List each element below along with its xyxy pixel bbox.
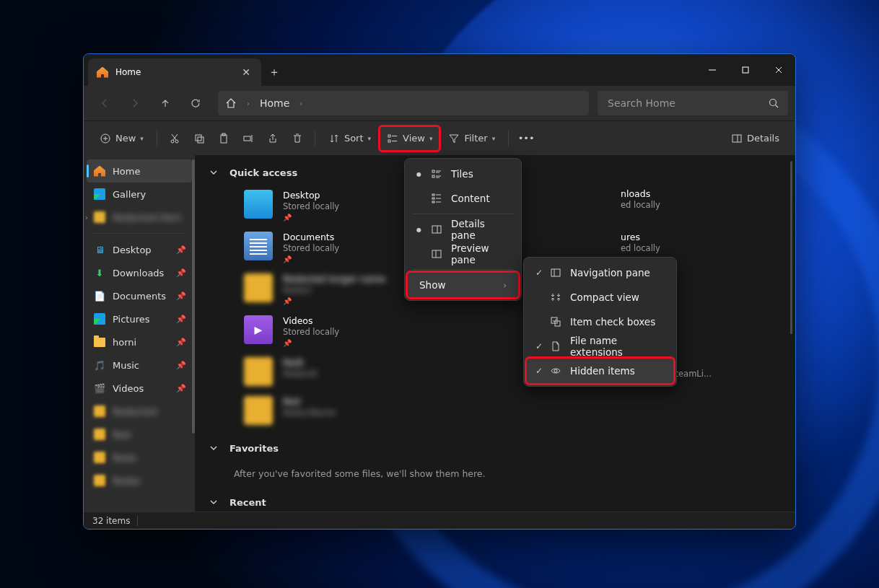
favorites-header[interactable]: Favorites [208,438,782,462]
item-desktop[interactable]: DesktopStored locally📌 [244,187,417,224]
pin-icon: 📌 [176,245,186,255]
sidebar-item-videos[interactable]: 🎬Videos📌 [87,377,192,400]
sort-button[interactable]: Sort ▾ [321,126,378,151]
rename-icon [242,133,254,144]
filter-label: Filter [464,133,487,144]
chevron-down-icon: ▾ [140,135,144,142]
radio-selected-icon: ● [416,171,421,177]
item-redacted[interactable]: Redacted longer nameRedact📌 [244,271,417,308]
sidebar-label: horni [113,337,136,348]
sidebar-item-redacted[interactable]: Redacted [87,400,192,423]
cut-button[interactable] [163,126,186,151]
new-button[interactable]: New ▾ [92,126,151,151]
breadcrumb-home[interactable]: Home [260,97,289,109]
menu-item-file-extensions[interactable]: ✓File name extensions [527,334,673,359]
paste-button[interactable] [212,126,235,151]
item-redacted[interactable]: RedRedactName [244,393,417,428]
maximize-button[interactable] [729,54,762,86]
svg-point-4 [770,100,777,106]
menu-item-content[interactable]: Content [408,186,518,211]
videos-folder-icon [244,315,273,344]
more-button[interactable]: ••• [515,126,538,151]
ellipsis-icon: ••• [520,133,532,144]
item-downloads-partial[interactable]: nloadsed locally [621,188,660,210]
filter-button[interactable]: Filter ▾ [441,126,502,151]
pin-icon: 📌 [283,297,385,305]
item-redacted[interactable]: RedtRedactd [244,354,417,389]
share-icon [267,133,279,144]
menu-item-compact-view[interactable]: Compact view [527,285,673,310]
separator [412,214,514,214]
sidebar-item-redacted[interactable]: › Redacted Item [87,206,192,229]
refresh-button[interactable] [182,90,209,116]
recent-header[interactable]: Recent [208,492,782,512]
window-controls [696,54,795,86]
new-tab-button[interactable]: ＋ [261,58,287,86]
delete-button[interactable] [286,126,309,151]
back-button[interactable] [91,90,118,116]
sidebar-item-gallery[interactable]: Gallery [87,183,192,206]
download-icon: ⬇ [94,267,105,278]
scrollbar[interactable] [790,161,792,334]
menu-label: Details pane [451,218,507,241]
tab-close-button[interactable]: ✕ [238,65,254,79]
sidebar-item-music[interactable]: 🎵Music📌 [87,354,192,377]
check-icon: ✓ [535,268,543,278]
folder-icon [94,429,105,440]
rename-button[interactable] [237,126,260,151]
sidebar-item-redacted[interactable]: Redac [87,469,192,492]
view-button[interactable]: View ▾ [380,126,439,151]
sidebar-item-downloads[interactable]: ⬇Downloads📌 [87,261,192,284]
item-documents[interactable]: DocumentsStored locally📌 [244,229,417,266]
sidebar-item-redacted[interactable]: Reda [87,446,192,469]
sidebar-item-documents[interactable]: 📄Documents📌 [87,284,192,307]
content-icon [431,193,442,204]
sidebar-item-horni[interactable]: horni📌 [87,330,192,354]
item-videos[interactable]: VideosStored locally📌 [244,312,417,350]
sidebar-item-pictures[interactable]: Pictures📌 [87,307,192,330]
item-pictures-partial[interactable]: uresed locally [621,232,660,253]
chevron-right-icon[interactable]: › [85,214,94,221]
close-button[interactable] [762,54,795,86]
sidebar-item-redacted[interactable]: Red [87,423,192,446]
video-icon: 🎬 [94,382,105,394]
menu-item-tiles[interactable]: ●Tiles [408,162,518,186]
menu-item-hidden-items[interactable]: ✓Hidden items [527,359,673,383]
sidebar-item-desktop[interactable]: 🖥Desktop📌 [87,238,192,261]
share-button[interactable] [261,126,284,151]
svg-rect-23 [732,135,741,142]
sidebar-label: Gallery [113,189,146,200]
copy-icon [193,133,205,144]
tiles-icon [431,168,442,180]
minimize-button[interactable] [696,54,729,86]
forward-button[interactable] [121,90,149,116]
folder-icon [244,396,273,425]
sidebar-label: Desktop [113,245,152,255]
separator [508,131,509,146]
menu-item-preview-pane[interactable]: Preview pane [408,242,518,266]
address-bar[interactable]: › Home › [218,91,589,115]
menu-item-navigation-pane[interactable]: ✓Navigation pane [527,260,673,285]
sidebar-item-home[interactable]: Home [87,159,192,183]
menu-item-details-pane[interactable]: ●Details pane [408,217,518,242]
chevron-right-icon[interactable]: › [299,100,302,107]
search-input[interactable]: Search Home [598,91,788,115]
pin-icon: 📌 [176,291,186,301]
svg-rect-39 [432,250,441,258]
copy-button[interactable] [188,126,211,151]
up-button[interactable] [152,90,179,116]
tab-home[interactable]: Home ✕ [88,58,261,86]
view-icon [387,133,398,144]
navigation-sidebar: Home Gallery › Redacted Item 🖥Desktop📌 ⬇… [84,155,195,512]
home-icon [94,166,105,177]
separator [412,269,514,270]
folder-icon [94,405,105,417]
svg-rect-19 [388,135,390,137]
svg-rect-14 [198,137,204,143]
menu-item-check-boxes[interactable]: Item check boxes [527,310,673,334]
pin-icon: 📌 [176,361,186,370]
details-button[interactable]: Details [724,126,787,151]
menu-label: Compact view [570,291,639,303]
menu-item-show[interactable]: Show› [408,273,518,297]
menu-label: Hidden items [570,365,635,377]
